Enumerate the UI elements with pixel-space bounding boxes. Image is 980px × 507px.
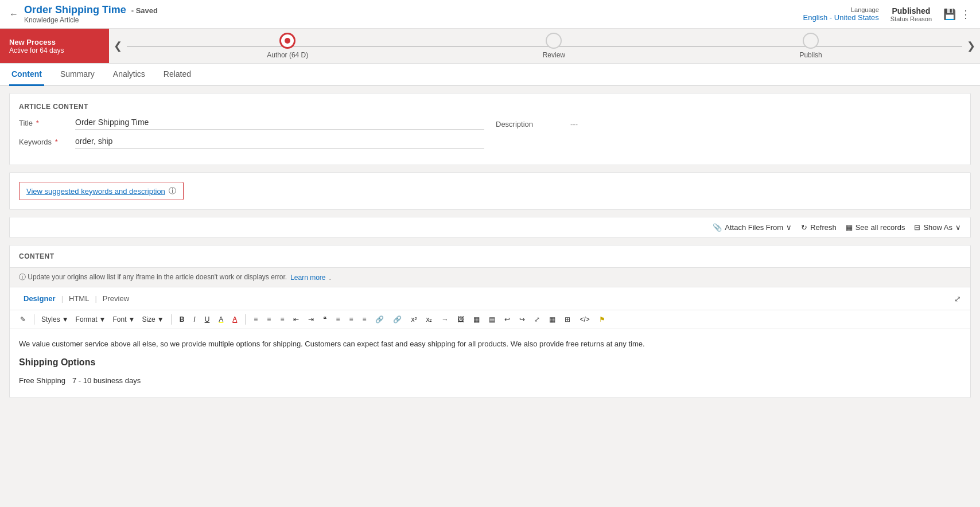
language-label: Language xyxy=(803,6,879,13)
keywords-value[interactable]: order, ship xyxy=(75,136,484,149)
step-label-review: Review xyxy=(543,51,565,59)
fullscreen-button[interactable]: ⤢ xyxy=(531,314,543,325)
styles-label: Styles xyxy=(41,315,60,323)
align-left2-button[interactable]: ≡ xyxy=(345,314,356,325)
editor-tabs-bar: Designer | HTML | Preview ⤢ xyxy=(10,287,970,310)
suggest-info-icon[interactable]: ⓘ xyxy=(169,186,176,196)
italic-button[interactable]: I xyxy=(190,314,199,325)
tab-related[interactable]: Related xyxy=(161,64,193,86)
indent-increase-button[interactable]: ⇥ xyxy=(305,314,317,325)
language-value[interactable]: English - United States xyxy=(803,13,879,22)
link-button[interactable]: 🔗 xyxy=(372,314,387,325)
format-label: Format xyxy=(76,315,98,323)
align-right2-button[interactable]: ≡ xyxy=(359,314,370,325)
align-left-button[interactable]: ≡ xyxy=(250,314,261,325)
title-area: Order Shipping Time - Saved Knowledge Ar… xyxy=(24,4,158,24)
subscript-button[interactable]: x₂ xyxy=(422,314,435,325)
status-value: Published xyxy=(890,6,932,15)
suggest-link[interactable]: View suggested keywords and description xyxy=(26,187,165,196)
step-circle-publish xyxy=(803,33,819,49)
see-all-icon: ▦ xyxy=(846,223,853,232)
insert-row-button[interactable]: ⊞ xyxy=(561,314,574,325)
editor-toolbar: ✎ Styles ▼ Format ▼ Font ▼ Size ▼ B I U xyxy=(10,310,970,329)
image-button[interactable]: 🖼 xyxy=(454,314,468,325)
table-row: Free Shipping 7 - 10 business days xyxy=(19,374,147,388)
font-color-button[interactable]: A xyxy=(229,314,240,325)
attach-chevron: ∨ xyxy=(786,223,792,232)
step-circle-author xyxy=(279,33,295,49)
title-label: Title * xyxy=(19,118,71,127)
size-dropdown[interactable]: Size ▼ xyxy=(139,314,166,325)
attach-files-button[interactable]: 📎 Attach Files From ∨ xyxy=(713,223,792,232)
step-review: Review xyxy=(543,33,565,59)
step-author: Author (64 D) xyxy=(267,33,308,59)
highlight-button[interactable]: A xyxy=(215,314,227,325)
editor-body[interactable]: We value customer service above all else… xyxy=(10,329,970,397)
table-cell-shipping-type: Free Shipping xyxy=(19,374,72,388)
table2-button[interactable]: ▦ xyxy=(546,314,559,325)
header-icons: 💾 ⋮ xyxy=(943,8,971,21)
saved-label: - Saved xyxy=(131,6,158,15)
editor-tab-designer[interactable]: Designer xyxy=(19,292,60,305)
description-row: Description --- xyxy=(496,120,961,128)
superscript-button[interactable]: x² xyxy=(407,314,420,325)
eraser-button[interactable]: ✎ xyxy=(17,314,29,325)
undo-button[interactable]: ↩ xyxy=(501,314,514,325)
align-justify-button[interactable]: ≡ xyxy=(332,314,343,325)
editor-tab-html[interactable]: HTML xyxy=(64,292,94,305)
font-label: Font xyxy=(112,315,126,323)
tab-content[interactable]: Content xyxy=(9,64,44,86)
see-all-records-button[interactable]: ▦ See all records xyxy=(846,223,905,232)
show-as-icon: ⊟ xyxy=(914,223,920,232)
more-icon[interactable]: ⋮ xyxy=(960,8,971,21)
description-value[interactable]: --- xyxy=(570,120,578,128)
table-button[interactable]: ▦ xyxy=(470,314,483,325)
show-as-button[interactable]: ⊟ Show As ∨ xyxy=(914,223,961,232)
refresh-label: Refresh xyxy=(810,223,837,232)
right-fields: Description --- xyxy=(496,118,961,155)
bold-button[interactable]: B xyxy=(176,314,188,325)
info-banner: ⓘ Update your origins allow list if any … xyxy=(10,268,970,287)
status-label: Status Reason xyxy=(890,15,932,22)
step-label-publish: Publish xyxy=(799,51,822,59)
process-steps: Author (64 D) Review Publish xyxy=(127,33,962,59)
redo-button[interactable]: ↪ xyxy=(516,314,528,325)
tab-analytics[interactable]: Analytics xyxy=(111,64,147,86)
underline-button[interactable]: U xyxy=(201,314,213,325)
process-nav-left[interactable]: ❮ xyxy=(109,35,127,57)
special-button[interactable]: → xyxy=(438,314,452,325)
description-label: Description xyxy=(496,120,547,128)
editor-expand-icon[interactable]: ⤢ xyxy=(954,294,961,303)
unlink-button[interactable]: 🔗 xyxy=(390,314,405,325)
process-title: New Process xyxy=(9,38,100,46)
article-content-card: ARTICLE CONTENT Title * Order Shipping T… xyxy=(9,93,971,165)
font-dropdown[interactable]: Font ▼ xyxy=(110,314,137,325)
refresh-button[interactable]: ↻ Refresh xyxy=(801,223,837,232)
quote-button[interactable]: ❝ xyxy=(320,314,330,325)
size-label: Size xyxy=(142,315,155,323)
title-required: * xyxy=(36,119,39,127)
attach-icon: 📎 xyxy=(713,223,722,232)
size-chevron: ▼ xyxy=(157,315,164,323)
language-area: Language English - United States xyxy=(803,6,879,22)
editor-tab-preview[interactable]: Preview xyxy=(98,292,134,305)
save-icon[interactable]: 💾 xyxy=(943,8,956,21)
code-button[interactable]: </> xyxy=(576,314,593,325)
format-dropdown[interactable]: Format ▼ xyxy=(73,314,108,325)
font-color-icon: A xyxy=(232,315,237,323)
styles-dropdown[interactable]: Styles ▼ xyxy=(39,314,71,325)
title-value[interactable]: Order Shipping Time xyxy=(75,118,484,130)
highlight-icon: A xyxy=(219,315,223,323)
flag-button[interactable]: ⚑ xyxy=(596,314,609,325)
indent-decrease-button[interactable]: ⇤ xyxy=(290,314,302,325)
left-fields: Title * Order Shipping Time Keywords * o… xyxy=(19,118,484,155)
align-right-button[interactable]: ≡ xyxy=(277,314,287,325)
content-section-header: CONTENT xyxy=(10,245,970,268)
suggest-box: View suggested keywords and description … xyxy=(19,182,184,200)
align-center-button[interactable]: ≡ xyxy=(263,314,274,325)
learn-more-link[interactable]: Learn more xyxy=(290,274,325,282)
tab-summary[interactable]: Summary xyxy=(58,64,97,86)
process-nav-right[interactable]: ❯ xyxy=(962,35,980,57)
col-button[interactable]: ▤ xyxy=(485,314,499,325)
back-button[interactable]: ← xyxy=(9,9,18,20)
